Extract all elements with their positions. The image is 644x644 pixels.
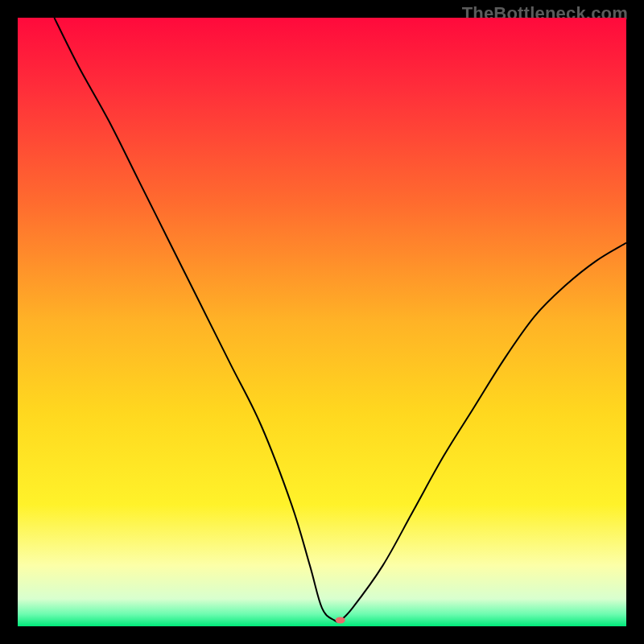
optimal-marker (336, 617, 345, 623)
chart-background (18, 18, 626, 626)
chart-frame: TheBottleneck.com (0, 0, 644, 644)
bottleneck-chart (18, 18, 626, 626)
